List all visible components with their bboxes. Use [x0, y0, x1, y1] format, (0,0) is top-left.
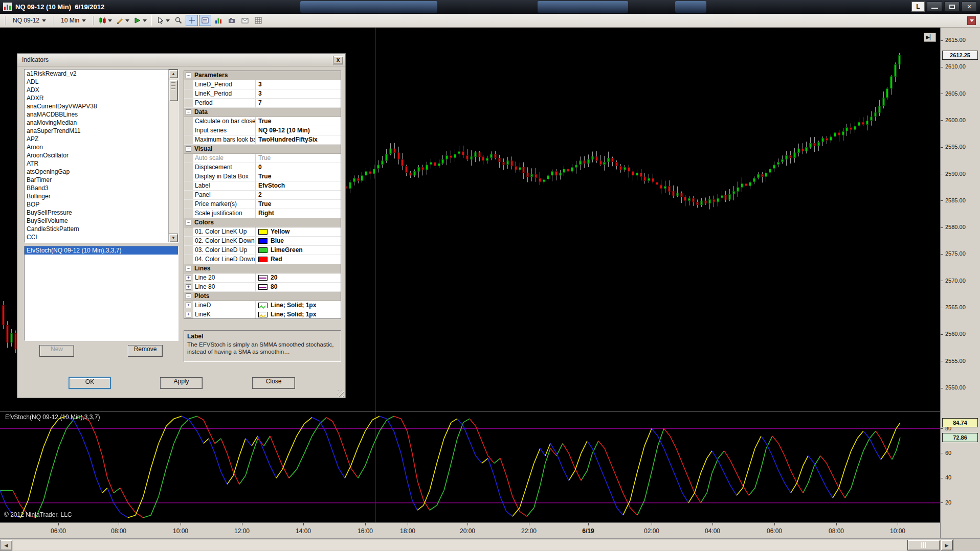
- collapse-icon[interactable]: −: [186, 220, 191, 225]
- scrollbar-track[interactable]: [13, 540, 907, 550]
- expand-icon[interactable]: +: [186, 284, 191, 290]
- property-value[interactable]: True: [256, 154, 341, 163]
- property-value[interactable]: 3: [256, 80, 341, 89]
- collapse-icon[interactable]: −: [186, 109, 191, 115]
- property-value[interactable]: True: [256, 117, 341, 126]
- indicator-list-item[interactable]: atsOpeningGap: [25, 168, 168, 176]
- collapse-icon[interactable]: −: [186, 293, 191, 299]
- close-button[interactable]: ×: [962, 2, 977, 12]
- property-row[interactable]: +Line 2020: [184, 273, 341, 283]
- remove-button[interactable]: Remove: [128, 345, 163, 357]
- configured-indicator-item[interactable]: EfvStoch(NQ 09-12 (10 Min),3,3,7): [25, 246, 178, 255]
- property-row[interactable]: 01. Color LineK UpYellow: [184, 227, 341, 237]
- property-row[interactable]: Maximum bars look backTwoHundredFiftySix: [184, 135, 341, 145]
- collapse-icon[interactable]: −: [186, 73, 191, 78]
- property-value[interactable]: Yellow: [256, 227, 341, 236]
- property-value[interactable]: LimeGreen: [256, 246, 341, 255]
- indicator-list-item[interactable]: BuySellVolume: [25, 217, 168, 225]
- chart-style-button[interactable]: [97, 15, 114, 26]
- property-value[interactable]: 0: [256, 163, 341, 172]
- property-value[interactable]: True: [256, 172, 341, 181]
- scrollbar-thumb[interactable]: [907, 540, 940, 550]
- indicator-list-item[interactable]: anaMACDBBLines: [25, 110, 168, 119]
- list-scrollbar[interactable]: ▲ ▼: [168, 70, 178, 242]
- expand-icon[interactable]: +: [186, 275, 191, 281]
- dialog-close-button[interactable]: x: [333, 56, 343, 64]
- property-category-row[interactable]: −Plots: [184, 292, 341, 301]
- indicator-list-item[interactable]: ADXR: [25, 94, 168, 102]
- property-row[interactable]: +LineDLine; Solid; 1px: [184, 301, 341, 310]
- property-row[interactable]: +Line 8080: [184, 283, 341, 292]
- restore-button[interactable]: [944, 2, 960, 12]
- property-value[interactable]: 20: [256, 273, 341, 282]
- indicator-list-item[interactable]: anaSuperTrendM11: [25, 127, 168, 135]
- cursor-button[interactable]: [155, 15, 171, 26]
- indicator-list-item[interactable]: anaMovingMedian: [25, 119, 168, 127]
- property-category-row[interactable]: −Colors: [184, 218, 341, 227]
- list-scrollbar-thumb[interactable]: [169, 80, 178, 101]
- indicator-list-item[interactable]: ADL: [25, 78, 168, 86]
- data-box-button[interactable]: [199, 15, 211, 26]
- property-row[interactable]: LineK_Period3: [184, 89, 341, 99]
- indicator-list-item[interactable]: BOP: [25, 200, 168, 209]
- property-row[interactable]: Display in Data BoxTrue: [184, 172, 341, 181]
- property-row[interactable]: Input seriesNQ 09-12 (10 Min): [184, 126, 341, 135]
- indicator-list-item[interactable]: BBand3: [25, 184, 168, 192]
- property-category-row[interactable]: −Visual: [184, 145, 341, 154]
- indicator-list-item[interactable]: ATR: [25, 159, 168, 168]
- collapse-icon[interactable]: −: [186, 266, 191, 271]
- toolbar-grip[interactable]: [93, 16, 94, 25]
- crosshair-button[interactable]: [186, 15, 198, 26]
- horizontal-scrollbar[interactable]: ◀ ▶: [0, 538, 980, 551]
- property-value[interactable]: TwoHundredFiftySix: [256, 135, 341, 144]
- property-value[interactable]: EfvStoch: [256, 181, 341, 190]
- price-axis[interactable]: 2615.002610.002605.002600.002595.002590.…: [940, 28, 980, 538]
- property-value[interactable]: True: [256, 200, 341, 209]
- property-row[interactable]: Calculate on bar closeTrue: [184, 117, 341, 126]
- indicator-list-item[interactable]: a1RiskReward_v2: [25, 70, 168, 78]
- indicator-configured-list[interactable]: EfvStoch(NQ 09-12 (10 Min),3,3,7): [24, 246, 179, 341]
- dialog-titlebar[interactable]: Indicators: [17, 54, 345, 66]
- scroll-left-button[interactable]: ◀: [0, 540, 12, 550]
- indicator-list-item[interactable]: ADX: [25, 86, 168, 94]
- drawing-tools-button[interactable]: [115, 15, 131, 26]
- property-row[interactable]: 02. Color LineK DownBlue: [184, 237, 341, 246]
- minimize-button[interactable]: [927, 2, 942, 12]
- zoom-button[interactable]: [172, 15, 185, 26]
- expand-icon[interactable]: +: [186, 312, 191, 317]
- property-value[interactable]: Red: [256, 255, 341, 264]
- property-category-row[interactable]: −Parameters: [184, 71, 341, 80]
- property-value[interactable]: Line; Solid; 1px: [256, 301, 341, 310]
- property-row[interactable]: Period7: [184, 99, 341, 108]
- property-category-row[interactable]: −Data: [184, 108, 341, 117]
- property-row[interactable]: Price marker(s)True: [184, 200, 341, 209]
- property-value[interactable]: 2: [256, 191, 341, 199]
- toolbar-grip[interactable]: [53, 16, 54, 25]
- property-row[interactable]: Scale justificationRight: [184, 209, 341, 218]
- property-value[interactable]: 3: [256, 89, 341, 98]
- link-button[interactable]: L: [911, 2, 925, 12]
- expand-icon[interactable]: +: [186, 303, 191, 308]
- toolbar-grip[interactable]: [5, 16, 6, 25]
- email-button[interactable]: [239, 15, 251, 26]
- indicator-list-item[interactable]: CCI: [25, 233, 168, 241]
- property-value[interactable]: NQ 09-12 (10 Min): [256, 126, 341, 135]
- go-to-end-button[interactable]: ▶▏: [924, 33, 936, 42]
- chart-trader-button[interactable]: [212, 15, 225, 26]
- instrument-dropdown[interactable]: NQ 09-12: [9, 15, 50, 26]
- dialog-resize-grip[interactable]: [338, 390, 344, 397]
- indicator-list-item[interactable]: CandleStickPattern: [25, 225, 168, 233]
- collapse-icon[interactable]: −: [186, 146, 191, 152]
- indicator-list-item[interactable]: Aroon: [25, 143, 168, 151]
- property-category-row[interactable]: −Lines: [184, 264, 341, 273]
- apply-button[interactable]: Apply: [160, 377, 203, 389]
- property-row[interactable]: LabelEfvStoch: [184, 181, 341, 191]
- snapshot-button[interactable]: [226, 15, 238, 26]
- time-axis[interactable]: 06:0008:0010:0012:0014:0016:0018:0020:00…: [0, 522, 940, 538]
- property-value[interactable]: Right: [256, 209, 341, 218]
- window-titlebar[interactable]: NQ 09-12 (10 Min) 6/19/2012 L ×: [0, 0, 980, 14]
- new-button[interactable]: New: [39, 345, 74, 357]
- scroll-up-button[interactable]: ▲: [169, 70, 178, 78]
- property-row[interactable]: 03. Color LineD UpLimeGreen: [184, 246, 341, 255]
- property-row[interactable]: LineD_Period3: [184, 80, 341, 89]
